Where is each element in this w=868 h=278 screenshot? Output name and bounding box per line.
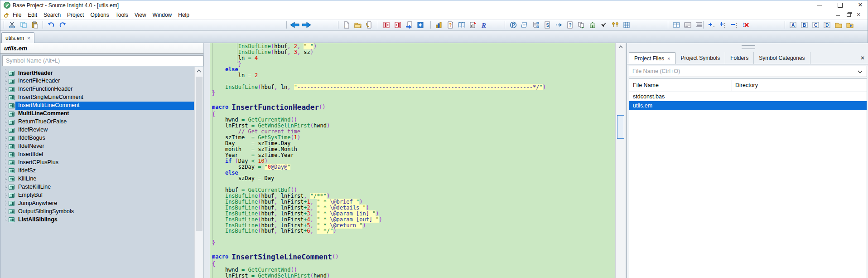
- scroll-up-icon[interactable]: [197, 69, 201, 73]
- symbol-item[interactable]: InsertHeader: [0, 69, 203, 78]
- symbol-item[interactable]: OutputSiblingSymbols: [0, 208, 203, 216]
- forward-icon[interactable]: [300, 20, 312, 30]
- symbol-item[interactable]: InsertFileHeader: [0, 77, 203, 85]
- menu-search[interactable]: Search: [40, 12, 64, 18]
- tab-utils-em[interactable]: utils.em ×: [1, 32, 34, 44]
- symbol-item[interactable]: InsertFunctionHeader: [0, 85, 203, 93]
- undo-icon[interactable]: [45, 20, 57, 30]
- tree-view-icon[interactable]: [530, 20, 541, 30]
- menu-project[interactable]: Project: [64, 12, 87, 18]
- style-b-icon[interactable]: B: [799, 20, 810, 30]
- scrollbar-thumb[interactable]: [196, 77, 203, 231]
- panel-table-icon[interactable]: [670, 20, 682, 30]
- chevron-down-icon[interactable]: [858, 69, 863, 74]
- symbol-item[interactable]: IfdefReview: [0, 126, 203, 134]
- maximize-icon[interactable]: [836, 1, 844, 9]
- file-name-input[interactable]: File Name (Ctrl+O): [629, 66, 867, 77]
- symbol-list-scrollbar[interactable]: [194, 67, 203, 278]
- bookmark-red2-icon[interactable]: [392, 20, 403, 30]
- tab-close-icon[interactable]: ×: [27, 35, 30, 41]
- file-row[interactable]: utils.em: [629, 101, 867, 110]
- symbol-chart-icon[interactable]: [433, 20, 444, 30]
- mdi-minimize-icon[interactable]: [836, 12, 841, 17]
- folder-gold-icon[interactable]: [833, 20, 844, 30]
- tab-symbol-categories[interactable]: Symbol Categories: [754, 52, 810, 64]
- symbol-name-input[interactable]: Symbol Name (Alt+L): [2, 55, 203, 66]
- redo-icon[interactable]: [57, 20, 68, 30]
- tab-folders[interactable]: Folders: [725, 52, 754, 64]
- tab-project-files[interactable]: Project Files×: [629, 52, 675, 64]
- new-document-icon[interactable]: [341, 20, 352, 30]
- cut-icon[interactable]: [6, 20, 18, 30]
- scroll-up-icon[interactable]: [618, 45, 623, 49]
- tab-close-icon[interactable]: ×: [667, 56, 670, 61]
- symbol-item[interactable]: InsertSingleLineComment: [0, 93, 203, 102]
- mdi-restore-icon[interactable]: [846, 12, 851, 17]
- open-folder-icon[interactable]: [352, 20, 363, 30]
- symbol-item[interactable]: KillLine: [0, 175, 203, 183]
- doc-pair-icon[interactable]: [575, 20, 587, 30]
- close-icon[interactable]: ✕: [857, 1, 864, 9]
- symbol-item[interactable]: MultiLineComment: [0, 110, 203, 118]
- reform-icon[interactable]: [519, 20, 530, 30]
- symbol-item[interactable]: ReturnTrueOrFalse: [0, 118, 203, 126]
- symbol-item[interactable]: InsertIfdef: [0, 151, 203, 159]
- column-file-name[interactable]: File Name: [633, 82, 659, 88]
- tab-project-symbols[interactable]: Project Symbols: [675, 52, 725, 64]
- symbol-item[interactable]: IfdefSz: [0, 167, 203, 175]
- style-c-icon[interactable]: C: [810, 20, 821, 30]
- vertical-splitter[interactable]: [203, 43, 210, 278]
- insert-file-icon[interactable]: [363, 20, 375, 30]
- grid-table-icon[interactable]: [621, 20, 632, 30]
- project-report-icon[interactable]: [467, 20, 478, 30]
- symbol-item[interactable]: IfdefBogus: [0, 134, 203, 142]
- panel-list-icon[interactable]: [682, 20, 693, 30]
- parse-icon[interactable]: P: [507, 20, 519, 30]
- copy-icon[interactable]: [18, 20, 29, 30]
- symbol-item[interactable]: EmptyBuf: [0, 191, 203, 200]
- menu-view[interactable]: View: [131, 12, 149, 18]
- delete-x-icon[interactable]: [740, 20, 751, 30]
- code-editor[interactable]: InsBufLine(hbuf, 2, " ") InsBufLine(hbuf…: [210, 43, 615, 278]
- column-directory[interactable]: Directory: [735, 82, 758, 88]
- back-icon[interactable]: [289, 20, 300, 30]
- link-pins-icon[interactable]: [609, 20, 621, 30]
- style-a-icon[interactable]: A: [787, 20, 799, 30]
- r-script-icon[interactable]: R: [478, 20, 490, 30]
- symbol-item[interactable]: InsertCPlusPlus: [0, 159, 203, 167]
- doc-question-icon[interactable]: ?: [564, 20, 575, 30]
- symbol-item[interactable]: JumpAnywhere: [0, 200, 203, 208]
- scrollbar-thumb[interactable]: [617, 115, 624, 139]
- paste-icon[interactable]: [29, 20, 40, 30]
- column-divider[interactable]: [732, 80, 732, 91]
- panel-drag-handle[interactable]: [742, 45, 755, 49]
- browse-book-icon[interactable]: [456, 20, 467, 30]
- menu-window[interactable]: Window: [149, 12, 175, 18]
- doc-help-icon[interactable]: ?: [444, 20, 456, 30]
- style-d-icon[interactable]: D: [821, 20, 833, 30]
- menu-edit[interactable]: Edit: [24, 12, 40, 18]
- file-row[interactable]: stdconst.bas: [629, 92, 867, 101]
- jump-dashed-icon[interactable]: [553, 20, 564, 30]
- mdi-close-icon[interactable]: ✕: [856, 12, 861, 17]
- symbol-doc-icon[interactable]: S: [541, 20, 553, 30]
- editor-scrollbar[interactable]: [615, 43, 626, 278]
- symbol-item[interactable]: PasteKillLine: [0, 183, 203, 191]
- minimize-icon[interactable]: [816, 1, 823, 9]
- menu-file[interactable]: File: [10, 12, 24, 18]
- menu-help[interactable]: Help: [175, 12, 193, 18]
- check-bird-icon[interactable]: [598, 20, 609, 30]
- go-back-blue-icon[interactable]: [415, 20, 426, 30]
- menu-options[interactable]: Options: [87, 12, 112, 18]
- symbol-item[interactable]: InsertMultiLineComment: [0, 102, 203, 110]
- add-line-icon[interactable]: [706, 20, 717, 30]
- folder-open-icon[interactable]: [844, 20, 855, 30]
- add-dots-icon[interactable]: [717, 20, 728, 30]
- symbol-item[interactable]: IfdefNever: [0, 142, 203, 151]
- panel-close-icon[interactable]: ✕: [860, 55, 865, 61]
- bookmark-red-icon[interactable]: [381, 20, 392, 30]
- doc-jump-icon[interactable]: [403, 20, 415, 30]
- menu-tools[interactable]: Tools: [112, 12, 131, 18]
- home-green-icon[interactable]: [587, 20, 598, 30]
- symbol-item[interactable]: ListAllSiblings: [0, 216, 203, 224]
